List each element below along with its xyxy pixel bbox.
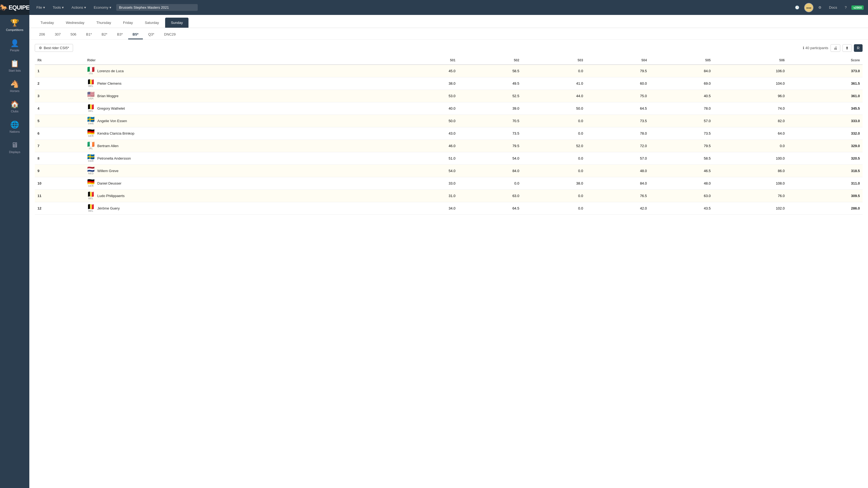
score-501: 46.0 xyxy=(394,140,458,152)
flag-cell: 🇳🇱 NED xyxy=(87,167,94,175)
flag-icon: 🇧🇪 xyxy=(87,204,94,209)
flag-icon: 🇺🇸 xyxy=(87,92,94,97)
rider-cell: 🇩🇪 GER Kendra Claricia Brinkop xyxy=(85,127,394,140)
sub-tab-506[interactable]: 506 xyxy=(66,30,81,39)
docs-link[interactable]: Docs xyxy=(827,4,840,10)
score-505: 46.5 xyxy=(650,165,713,177)
tab-wednesday[interactable]: Wednesday xyxy=(60,18,90,28)
flag-cell: 🇧🇪 BEL xyxy=(87,204,94,212)
tab-saturday[interactable]: Saturday xyxy=(139,18,164,28)
actions-label: Actions xyxy=(71,5,83,9)
display-icon: 🖥 xyxy=(11,141,18,149)
rider-name: Brian Moggre xyxy=(97,94,118,98)
sidebar-item-horses-label: Horses xyxy=(10,89,20,93)
search-input[interactable] xyxy=(116,4,198,11)
sub-tab-q3[interactable]: Q3* xyxy=(144,30,159,39)
sidebar-item-horses[interactable]: 🐴 Horses xyxy=(0,76,29,96)
score-506: 76.0 xyxy=(713,190,787,202)
tab-thursday[interactable]: Thursday xyxy=(91,18,117,28)
score-503: 0.0 xyxy=(522,115,586,127)
sidebar-item-people[interactable]: 👤 People xyxy=(0,35,29,56)
sub-tab-b2[interactable]: B2* xyxy=(97,30,112,39)
score-503: 0.0 xyxy=(522,65,586,77)
col-501: 501 xyxy=(394,56,458,65)
sub-tab-206[interactable]: 206 xyxy=(35,30,50,39)
rider-name: Angelie Von Essen xyxy=(97,119,127,123)
table-row: 9 🇳🇱 NED Willem Greve 54.0 84.0 0.0 48.0… xyxy=(35,165,863,177)
rider-cell: 🇳🇱 NED Willem Greve xyxy=(85,165,394,177)
flag-code: SWE xyxy=(88,160,94,162)
sidebar-item-competitions[interactable]: 🏆 Competitions xyxy=(0,15,29,35)
sidebar-item-people-label: People xyxy=(10,48,19,52)
score-501: 38.0 xyxy=(394,77,458,90)
sub-tab-b3[interactable]: B3* xyxy=(113,30,127,39)
score-505: 79.5 xyxy=(650,140,713,152)
flag-code: NED xyxy=(88,172,94,175)
tab-sunday[interactable]: Sunday xyxy=(165,18,188,28)
settings-icon[interactable]: ⚙ xyxy=(815,4,824,10)
flag-icon: 🇧🇪 xyxy=(87,192,94,197)
flag-code: IRL xyxy=(89,147,93,150)
score-504: 84.0 xyxy=(586,177,650,190)
sub-tab-dnc29[interactable]: DNC29 xyxy=(160,30,180,39)
total-score: 320.5 xyxy=(787,152,863,165)
history-icon[interactable]: 🕐 xyxy=(792,4,802,10)
score-504: 72.0 xyxy=(586,140,650,152)
flag-code: ITA xyxy=(89,72,93,75)
score-504: 60.0 xyxy=(586,77,650,90)
score-506: 96.0 xyxy=(713,90,787,102)
participants-info: ℹ 40 participants xyxy=(803,46,828,50)
tab-tuesday[interactable]: Tuesday xyxy=(35,18,60,28)
total-score: 361.5 xyxy=(787,77,863,90)
rider-cell: 🇮🇪 IRL Bertram Allen xyxy=(85,140,394,152)
score-503: 44.0 xyxy=(522,90,586,102)
sidebar-item-displays[interactable]: 🖥 Displays xyxy=(0,137,29,157)
rider-cell: 🇮🇹 ITA Lorenzo de Luca xyxy=(85,65,394,77)
upload-button[interactable]: ⬆ xyxy=(842,44,852,52)
print-button[interactable]: 🖨 xyxy=(831,44,840,52)
rank-cell: 2 xyxy=(35,77,85,90)
best-rider-button[interactable]: ⚙ Best rider CSI5* xyxy=(35,44,73,52)
flag-code: BEL xyxy=(89,197,94,200)
rank-cell: 3 xyxy=(35,90,85,102)
table-toolbar: ⚙ Best rider CSI5* ℹ 40 participants 🖨 ⬆ xyxy=(35,44,863,52)
flag-cell: 🇮🇹 ITA xyxy=(87,67,94,75)
sidebar-item-nations[interactable]: 🌐 Nations xyxy=(0,117,29,137)
version-badge: v2900 xyxy=(851,5,864,10)
col-rk: Rk xyxy=(35,56,85,65)
tools-menu[interactable]: Tools ▾ xyxy=(50,4,66,10)
score-504: 57.0 xyxy=(586,152,650,165)
sidebar-item-clubs[interactable]: 🏠 Clubs xyxy=(0,96,29,117)
sub-tab-307[interactable]: 307 xyxy=(51,30,65,39)
economy-chevron-icon: ▾ xyxy=(110,5,111,9)
score-502: 64.5 xyxy=(458,202,522,215)
score-504: 78.0 xyxy=(586,127,650,140)
score-503: 50.0 xyxy=(522,102,586,115)
total-score: 361.0 xyxy=(787,90,863,102)
flag-cell: 🇩🇪 GER xyxy=(87,180,94,187)
score-504: 64.5 xyxy=(586,102,650,115)
sub-tab-b1[interactable]: B1* xyxy=(82,30,96,39)
economy-label: Economy xyxy=(94,5,108,9)
flag-code: USA xyxy=(88,97,94,100)
sidebar-item-start-lists[interactable]: 📋 Start lists xyxy=(0,56,29,76)
flag-icon: 🇳🇱 xyxy=(87,167,94,172)
file-menu[interactable]: File ▾ xyxy=(34,4,48,10)
score-505: 69.0 xyxy=(650,77,713,90)
flag-cell: 🇧🇪 BEL xyxy=(87,104,94,112)
sub-tab-b5[interactable]: B5* xyxy=(128,30,143,39)
score-502: 63.0 xyxy=(458,190,522,202)
flag-code: GER xyxy=(88,185,94,187)
score-504: 42.0 xyxy=(586,202,650,215)
special-button[interactable]: R xyxy=(854,44,863,52)
economy-menu[interactable]: Economy ▾ xyxy=(91,4,114,10)
flag-code: BEL xyxy=(89,85,94,87)
actions-menu[interactable]: Actions ▾ xyxy=(69,4,89,10)
main-area: File ▾ Tools ▾ Actions ▾ Economy ▾ 🕐 BSM… xyxy=(29,0,868,488)
tab-friday[interactable]: Friday xyxy=(117,18,138,28)
horse-icon: 🐴 xyxy=(10,80,19,88)
col-score: Score xyxy=(787,56,863,65)
score-502: 54.0 xyxy=(458,152,522,165)
avatar[interactable]: BSM xyxy=(804,3,813,12)
help-icon[interactable]: ? xyxy=(842,4,849,10)
